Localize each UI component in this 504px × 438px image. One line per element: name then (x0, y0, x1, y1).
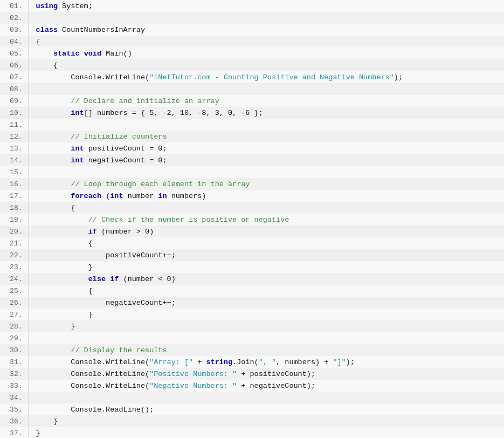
line-number: 06. (0, 59, 28, 71)
table-row: 10. int[] numbers = { 5, -2, 10, -8, 3, … (0, 107, 504, 119)
table-row: 18. { (0, 202, 504, 214)
line-number: 29. (0, 332, 28, 344)
code-token: { (36, 287, 93, 295)
line-number: 10. (0, 107, 28, 119)
line-code: { (28, 237, 504, 249)
line-number: 03. (0, 24, 28, 36)
code-token (36, 156, 71, 165)
table-row: 01.using System; (0, 0, 504, 12)
code-token: int (71, 156, 84, 165)
code-token: Main() (101, 50, 132, 58)
code-token: [] numbers = { 5, -2, 10, -8, 3, 0, -6 }… (84, 109, 263, 117)
table-row: 13. int positiveCount = 0; (0, 142, 504, 154)
code-token: } (36, 418, 58, 426)
code-token: Console.ReadLine(); (36, 406, 154, 414)
code-token: "Positive Numbers: " (149, 370, 237, 378)
code-token: Console.WriteLine( (36, 358, 150, 366)
line-number: 08. (0, 83, 28, 95)
code-token: } (36, 429, 40, 437)
code-token: void (84, 50, 101, 58)
line-code: int negativeCount = 0; (28, 154, 504, 166)
code-token: // Display the results (71, 346, 167, 354)
table-row: 24. else if (number < 0) (0, 273, 504, 285)
code-token: + positiveCount); (237, 370, 315, 378)
table-row: 35. Console.ReadLine(); (0, 403, 504, 415)
line-number: 27. (0, 309, 28, 320)
code-token: positiveCount++; (36, 251, 176, 259)
code-token: class (36, 26, 58, 34)
line-code: int[] numbers = { 5, -2, 10, -8, 3, 0, -… (28, 107, 504, 119)
line-number: 36. (0, 415, 28, 427)
line-code (28, 166, 504, 178)
code-token: int (110, 192, 123, 200)
line-number: 35. (0, 403, 28, 415)
code-token (36, 192, 71, 200)
code-token: { (36, 61, 58, 70)
line-number: 11. (0, 119, 28, 131)
table-row: 29. (0, 332, 504, 344)
line-code: { (28, 285, 504, 297)
line-number: 19. (0, 214, 28, 225)
line-code: positiveCount++; (28, 249, 504, 261)
line-code: { (28, 59, 504, 71)
code-token: + negativeCount); (237, 382, 315, 390)
line-code: Console.WriteLine("Positive Numbers: " +… (28, 368, 504, 380)
line-code (28, 332, 504, 344)
line-number: 15. (0, 166, 28, 178)
table-row: 30. // Display the results (0, 344, 504, 356)
code-token: ", " (259, 358, 276, 366)
line-number: 04. (0, 36, 28, 47)
code-token: "iNetTutor.com - Counting Positive and N… (149, 73, 394, 81)
line-number: 33. (0, 380, 28, 392)
table-row: 36. } (0, 415, 504, 427)
line-number: 28. (0, 320, 28, 332)
code-token: { (36, 239, 93, 248)
table-row: 14. int negativeCount = 0; (0, 154, 504, 166)
code-token: // Declare and initialize an array (71, 97, 219, 105)
line-code (28, 119, 504, 131)
code-token: else (88, 275, 106, 283)
line-number: 21. (0, 237, 28, 249)
table-row: 23. } (0, 261, 504, 273)
line-number: 31. (0, 356, 28, 368)
line-code: } (28, 415, 504, 427)
code-token: } (36, 323, 75, 331)
code-token: // Initialize counters (71, 133, 167, 141)
code-token: Console.WriteLine( (36, 73, 150, 81)
line-number: 32. (0, 368, 28, 380)
line-code: Console.WriteLine("iNetTutor.com - Count… (28, 71, 504, 83)
table-row: 33. Console.WriteLine("Negative Numbers:… (0, 380, 504, 392)
code-token: Console.WriteLine( (36, 370, 150, 378)
code-token (36, 50, 53, 58)
code-token (36, 180, 71, 188)
table-row: 32. Console.WriteLine("Positive Numbers:… (0, 368, 504, 380)
code-token: numbers) (167, 192, 206, 200)
line-code: { (28, 202, 504, 214)
table-row: 06. { (0, 59, 504, 71)
code-token: (number > 0) (97, 228, 154, 236)
code-token: negativeCount = 0; (84, 156, 167, 165)
code-token: int (71, 109, 84, 117)
code-editor: 01.using System;02. 03.class CountNumber… (0, 0, 504, 438)
code-token: // Check if the number is positive or ne… (88, 216, 289, 224)
code-token: in (158, 192, 167, 200)
table-row: 09. // Declare and initialize an array (0, 95, 504, 107)
line-code: } (28, 309, 504, 320)
code-token: if (88, 228, 97, 236)
line-number: 20. (0, 225, 28, 237)
code-token: Console.WriteLine( (36, 382, 150, 390)
line-code: else if (number < 0) (28, 273, 504, 285)
table-row: 21. { (0, 237, 504, 249)
line-code: foreach (int number in numbers) (28, 190, 504, 202)
line-number: 37. (0, 427, 28, 438)
line-number: 09. (0, 95, 28, 107)
line-number: 16. (0, 178, 28, 190)
code-token: CountNumbersInArray (58, 26, 145, 34)
line-code: Console.WriteLine("Array: [" + string.Jo… (28, 356, 504, 368)
table-row: 25. { (0, 285, 504, 297)
code-token (80, 50, 84, 58)
code-token: System; (58, 2, 93, 10)
table-row: 05. static void Main() (0, 47, 504, 59)
code-token: if (110, 275, 119, 283)
code-token: // Loop through each element in the arra… (71, 180, 250, 188)
